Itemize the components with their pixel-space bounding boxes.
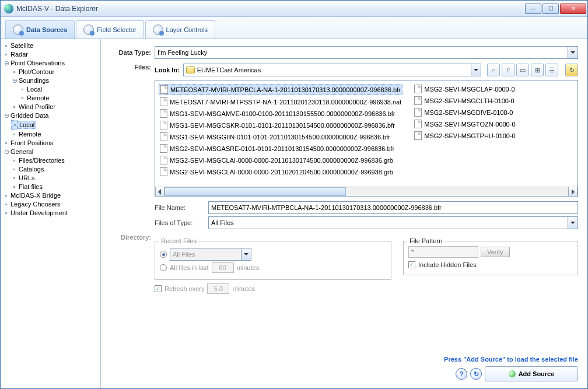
files-of-type-combo[interactable]: All Files xyxy=(208,216,578,229)
minutes-input[interactable] xyxy=(212,262,234,273)
file-item[interactable]: MSG1-SEVI-MSGCSKR-0101-0101-201101301545… xyxy=(159,120,402,130)
tree-item[interactable]: ∘Wind Profiler xyxy=(11,103,99,111)
chevron-down-icon[interactable] xyxy=(568,47,578,58)
new-folder-button[interactable]: ▭ xyxy=(516,64,529,76)
tree-item[interactable]: ∘Radar xyxy=(3,50,99,59)
file-item[interactable]: MSG2-SEVI-MSGASRE-0101-0101-201101301545… xyxy=(159,143,402,153)
file-name-input[interactable] xyxy=(208,201,578,214)
collapse-icon[interactable]: ⊖ xyxy=(3,148,9,156)
tree-item[interactable]: ∘Remote xyxy=(11,130,99,139)
tree-item-label: Local xyxy=(18,121,36,129)
file-icon xyxy=(414,120,422,128)
leaf-icon: ∘ xyxy=(3,209,9,218)
leaf-icon: ∘ xyxy=(3,41,9,50)
tab-label: Layer Controls xyxy=(166,26,208,33)
file-item[interactable]: MSG2-SEVI-MSGTOZN-0000-0 xyxy=(413,119,516,129)
tree-item[interactable]: ⊖Soundings xyxy=(11,76,99,85)
file-item[interactable]: MSG2-SEVI-MSGDIVE-0100-0 xyxy=(413,107,516,117)
verify-button[interactable]: Verify xyxy=(481,247,510,257)
tab-bar: Data Sources Field Selector Layer Contro… xyxy=(1,17,587,39)
scroll-thumb[interactable] xyxy=(164,187,346,196)
horizontal-scrollbar[interactable] xyxy=(155,187,578,196)
list-view-button[interactable]: ⊞ xyxy=(531,64,544,76)
file-pattern-legend: File Pattern xyxy=(407,237,444,244)
tree-item-label: McIDAS-X Bridge xyxy=(9,192,62,199)
collapse-icon[interactable]: ⊖ xyxy=(11,76,18,85)
leaf-icon: ∘ xyxy=(3,191,9,200)
recent-files-legend: Recent Files xyxy=(159,237,199,244)
tree-item-label: Point Observations xyxy=(9,59,66,66)
leaf-icon: ∘ xyxy=(3,200,9,209)
chevron-down-icon[interactable] xyxy=(568,217,578,229)
tree-item[interactable]: ∘Remote xyxy=(19,94,99,103)
maximize-button[interactable]: ☐ xyxy=(542,3,559,14)
layer-controls-icon xyxy=(153,24,163,35)
leaf-icon: ∘ xyxy=(3,50,9,59)
tree-item[interactable]: ∘Flat files xyxy=(11,183,99,191)
home-button[interactable]: ⇧ xyxy=(502,64,514,76)
tree-item[interactable]: ⊖General xyxy=(3,148,99,156)
detail-view-button[interactable]: ☰ xyxy=(545,64,558,76)
chevron-down-icon[interactable] xyxy=(471,64,481,76)
file-item[interactable]: MSG2-SEVI-MSGCLAP-0000-0 xyxy=(413,84,516,94)
tree-item[interactable]: ∘McIDAS-X Bridge xyxy=(3,191,99,200)
all-files-in-last-radio[interactable]: All files in last minutes xyxy=(160,262,386,273)
data-type-combo[interactable]: I'm Feeling Lucky xyxy=(155,46,578,59)
file-item[interactable]: MSG2-SEVI-MSGTPHU-0100-0 xyxy=(413,131,516,141)
tree-item[interactable]: ∘Catalogs xyxy=(11,165,99,174)
go-up-button[interactable]: ⌂ xyxy=(487,64,500,76)
refresh-folder-button[interactable]: ↻ xyxy=(565,64,578,76)
tree-item-label: Gridded Data xyxy=(9,112,50,119)
help-button[interactable]: ? xyxy=(456,368,467,380)
leaf-icon: ∘ xyxy=(11,130,18,139)
file-name: METEOSAT7-MVIRI-MTPSSTP-NA-1-20110201230… xyxy=(170,99,401,106)
file-item[interactable]: MSG1-SEVI-MSGGIIN-0101-0101-201101301545… xyxy=(159,132,402,142)
tree-item[interactable]: ∘Local xyxy=(11,120,99,130)
source-tree[interactable]: ∘Satellite∘Radar⊖Point Observations∘Plot… xyxy=(1,39,101,388)
refresh-minutes-input[interactable] xyxy=(207,283,229,294)
tree-item[interactable]: ⊖Gridded Data xyxy=(3,111,99,120)
tree-item-label: Under Development xyxy=(9,209,69,216)
file-list[interactable]: METEOSAT7-MVIRI-MTPBCLA-NA-1-20110130170… xyxy=(155,80,578,197)
reload-button[interactable]: ↻ xyxy=(470,368,482,380)
tree-item[interactable]: ∘Plot/Contour xyxy=(11,68,99,76)
tree-item[interactable]: ∘URLs xyxy=(11,174,99,183)
tree-item-label: Flat files xyxy=(18,183,44,190)
radio-icon xyxy=(160,251,167,258)
file-name: MSG2-SEVI-MSGCLAP-0000-0 xyxy=(424,86,514,93)
scroll-right-button[interactable] xyxy=(568,187,578,196)
collapse-icon[interactable]: ⊖ xyxy=(3,59,9,68)
file-item[interactable]: MSG2-SEVI-MSGCLAI-0000-0000-201102012045… xyxy=(159,167,402,177)
minimize-button[interactable]: — xyxy=(525,3,541,14)
tab-layer-controls[interactable]: Layer Controls xyxy=(145,20,216,38)
tree-item[interactable]: ∘Satellite xyxy=(3,41,99,50)
scroll-left-button[interactable] xyxy=(155,187,164,196)
file-item[interactable]: MSG1-SEVI-MSGAMVE-0100-0100-201101301555… xyxy=(159,108,402,118)
look-in-combo[interactable]: EUMETCast Americas xyxy=(183,64,481,76)
all-files-radio[interactable]: All Files xyxy=(160,248,386,261)
file-item[interactable]: METEOSAT7-MVIRI-MTPSSTP-NA-1-20110201230… xyxy=(159,97,402,107)
include-hidden-checkbox[interactable]: ✓ Include Hidden Files xyxy=(408,261,573,268)
tree-item[interactable]: ∘Front Positions xyxy=(3,139,99,148)
collapse-icon[interactable]: ⊖ xyxy=(3,111,9,120)
leaf-icon: ∘ xyxy=(11,183,18,191)
file-item[interactable]: METEOSAT7-MVIRI-MTPBCLA-NA-1-20110130170… xyxy=(159,84,402,95)
files-of-type-label: Files of Type: xyxy=(155,219,205,226)
add-source-button[interactable]: ✓ Add Source xyxy=(485,366,578,381)
file-name: MSG1-SEVI-MSGGIIN-0101-0101-201101301545… xyxy=(170,134,390,141)
leaf-icon: ∘ xyxy=(11,68,18,76)
file-item[interactable]: MSG2-SEVI-MSGCLTH-0100-0 xyxy=(413,96,516,106)
data-sources-icon xyxy=(13,24,23,35)
file-icon xyxy=(160,121,167,129)
tree-item[interactable]: ⊖Point Observations xyxy=(3,59,99,68)
tab-field-selector[interactable]: Field Selector xyxy=(76,20,144,38)
tree-item[interactable]: ∘Files/Directories xyxy=(11,156,99,165)
refresh-checkbox[interactable]: ✓ Refresh every minutes xyxy=(155,283,391,294)
tree-item[interactable]: ∘Local xyxy=(19,85,99,94)
tree-item[interactable]: ∘Legacy Choosers xyxy=(3,200,99,209)
file-pattern-input[interactable] xyxy=(408,246,478,258)
tab-data-sources[interactable]: Data Sources xyxy=(5,20,75,38)
file-item[interactable]: MSG2-SEVI-MSGCLAI-0000-0000-201101301745… xyxy=(159,155,402,165)
tree-item[interactable]: ∘Under Development xyxy=(3,209,99,218)
close-button[interactable]: ✕ xyxy=(560,3,586,14)
